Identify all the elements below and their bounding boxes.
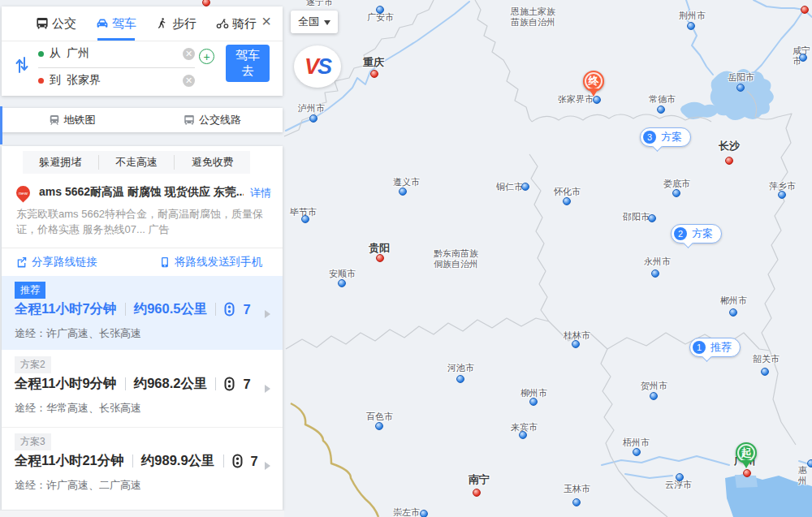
subway-map-button[interactable]: 地铁图 bbox=[2, 113, 142, 127]
map-city-dot bbox=[650, 392, 658, 400]
map-city-label: 崇左市 bbox=[393, 507, 420, 517]
send-to-phone-label: 将路线发送到手机 bbox=[175, 255, 262, 269]
route-badge-3[interactable]: 3方案 bbox=[640, 127, 691, 147]
route-badge-number: 2 bbox=[674, 227, 687, 240]
scrollbar-thumb[interactable] bbox=[0, 106, 2, 144]
share-route-label: 分享路线链接 bbox=[32, 255, 97, 269]
route-3-lights-count: 7 bbox=[251, 454, 258, 469]
map-city-label: 长沙 bbox=[719, 140, 740, 151]
swap-icon[interactable] bbox=[15, 54, 28, 75]
route-preference-filters: 躲避拥堵 不走高速 避免收费 bbox=[23, 151, 250, 174]
to-value: 张家界 bbox=[67, 73, 101, 88]
route-badge-1[interactable]: 1推荐 bbox=[689, 338, 741, 357]
vs-logo: V S bbox=[294, 45, 341, 88]
region-selector[interactable]: 全国 bbox=[291, 11, 338, 33]
clear-from-icon[interactable]: ✕ bbox=[183, 48, 195, 60]
route-badge-label: 方案 bbox=[661, 130, 682, 144]
start-marker-pin[interactable]: 起 bbox=[736, 442, 757, 463]
share-row: 分享路线链接 将路线发送到手机 bbox=[2, 248, 283, 276]
route-badge-number: 3 bbox=[643, 131, 656, 144]
map-city-dot bbox=[799, 54, 807, 62]
map-city-dot bbox=[456, 375, 464, 383]
map-city-dot bbox=[521, 183, 529, 191]
route-2-via: 途经：华常高速、长张高速 bbox=[15, 401, 141, 416]
map-city-label: 安顺市 bbox=[329, 269, 356, 279]
share-route-link[interactable]: 分享路线链接 bbox=[16, 255, 97, 269]
map-city-label: 怀化市 bbox=[554, 187, 581, 197]
bus-lines-button[interactable]: 公交线路 bbox=[142, 113, 283, 127]
route-option-2[interactable]: 方案2 全程11小时9分钟 约968.2公里 7 途经：华常高速、长张高速 bbox=[2, 351, 283, 428]
map-city-label: 韶关市 bbox=[753, 354, 780, 364]
map-city-label: 郴州市 bbox=[720, 295, 747, 306]
start-dot-icon bbox=[38, 51, 44, 57]
map-city-dot bbox=[807, 459, 812, 467]
route-1-summary: 全程11小时7分钟 约960.5公里 7 bbox=[15, 300, 251, 318]
share-icon bbox=[16, 256, 28, 268]
route-badge-2[interactable]: 2方案 bbox=[671, 224, 722, 243]
map-city-dot bbox=[399, 187, 407, 196]
subway-icon bbox=[49, 114, 60, 126]
ad-detail-link[interactable]: 详情 bbox=[250, 186, 271, 200]
map-city-dot bbox=[761, 368, 769, 376]
add-waypoint-icon[interactable]: + bbox=[199, 49, 214, 64]
map-city-dot bbox=[657, 106, 665, 114]
divider bbox=[223, 455, 224, 467]
route-3-distance: 约989.9公里 bbox=[141, 452, 215, 470]
drive-go-button[interactable]: 驾车去 bbox=[226, 45, 270, 82]
route-3-via: 途经：许广高速、二广高速 bbox=[15, 478, 141, 493]
tab-cycling[interactable]: 骑行 bbox=[216, 6, 257, 41]
phone-icon bbox=[159, 256, 171, 268]
results-card: 躲避拥堵 不走高速 避免收费 new ams 5662耐高温 耐腐蚀 现货供应 … bbox=[2, 146, 283, 510]
map-city-label: 娄底市 bbox=[663, 179, 690, 189]
route-2-summary: 全程11小时9分钟 约968.2公里 7 bbox=[15, 375, 251, 393]
clear-to-icon[interactable]: ✕ bbox=[183, 75, 195, 87]
map-city-dot bbox=[301, 215, 309, 223]
route-2-lights-count: 7 bbox=[243, 377, 250, 392]
map-city-label: 南宁 bbox=[469, 474, 490, 485]
end-marker-pin[interactable]: 终 bbox=[583, 71, 604, 92]
map-city-label: 贺州市 bbox=[641, 381, 667, 391]
route-2-distance: 约968.2公里 bbox=[134, 375, 208, 393]
map-city-dot bbox=[676, 473, 684, 481]
map-city-dot bbox=[651, 269, 659, 278]
route-3-badge: 方案3 bbox=[15, 433, 51, 450]
send-to-phone-link[interactable]: 将路线发送到手机 bbox=[159, 255, 262, 269]
route-option-1[interactable]: 推荐 全程11小时7分钟 约960.5公里 7 途经：许广高速、长张高速 bbox=[2, 276, 283, 350]
to-field[interactable]: 到 张家界 ✕ bbox=[38, 70, 195, 91]
walk-icon bbox=[156, 17, 169, 30]
tab-transit[interactable]: 公交 bbox=[36, 6, 76, 41]
map-city-label: 邵阳市 bbox=[623, 212, 650, 222]
map-city-label: 桂林市 bbox=[564, 330, 590, 341]
map-city-label: 泸州市 bbox=[298, 103, 325, 114]
from-field[interactable]: 从 广州 ✕ bbox=[38, 43, 195, 64]
start-marker-label: 起 bbox=[741, 446, 752, 460]
to-prefix: 到 bbox=[50, 73, 61, 88]
map-city-label: 荆州市 bbox=[679, 11, 706, 21]
map-city-label: 黔东南苗族 侗族自治州 bbox=[434, 248, 478, 269]
route-2-duration: 全程11小时9分钟 bbox=[15, 375, 117, 393]
close-icon[interactable]: × bbox=[261, 13, 271, 29]
filter-no-highway[interactable]: 不走高速 bbox=[98, 155, 175, 170]
filter-avoid-jam[interactable]: 躲避拥堵 bbox=[23, 155, 98, 170]
chevron-right-icon bbox=[265, 462, 274, 470]
input-divider bbox=[38, 67, 195, 68]
map-city-dot bbox=[338, 279, 346, 287]
map-city-label: 铜仁市 bbox=[496, 182, 523, 192]
map-city-dot bbox=[473, 489, 481, 497]
map-city-dot bbox=[778, 191, 786, 199]
chevron-down-icon bbox=[324, 20, 330, 28]
filter-avoid-tolls[interactable]: 避免收费 bbox=[174, 155, 250, 170]
ad-title[interactable]: ams 5662耐高温 耐腐蚀 现货供应 东莞... bbox=[39, 185, 244, 200]
bus-icon bbox=[36, 17, 49, 30]
route-1-via: 途经：许广高速、长张高速 bbox=[15, 326, 141, 341]
from-prefix: 从 bbox=[50, 46, 61, 61]
map-city-label: 岳阳市 bbox=[728, 72, 754, 83]
ad-new-badge: new bbox=[16, 186, 30, 200]
tab-driving[interactable]: 驾车 bbox=[96, 6, 136, 41]
chevron-right-icon bbox=[265, 385, 274, 393]
tab-walking[interactable]: 步行 bbox=[156, 6, 197, 41]
map-city-dot bbox=[370, 70, 378, 78]
route-option-3[interactable]: 方案3 全程11小时21分钟 约989.9公里 7 途经：许广高速、二广高速 bbox=[2, 428, 283, 504]
route-2-badge: 方案2 bbox=[15, 356, 51, 373]
logo-letter-s: S bbox=[317, 54, 330, 80]
